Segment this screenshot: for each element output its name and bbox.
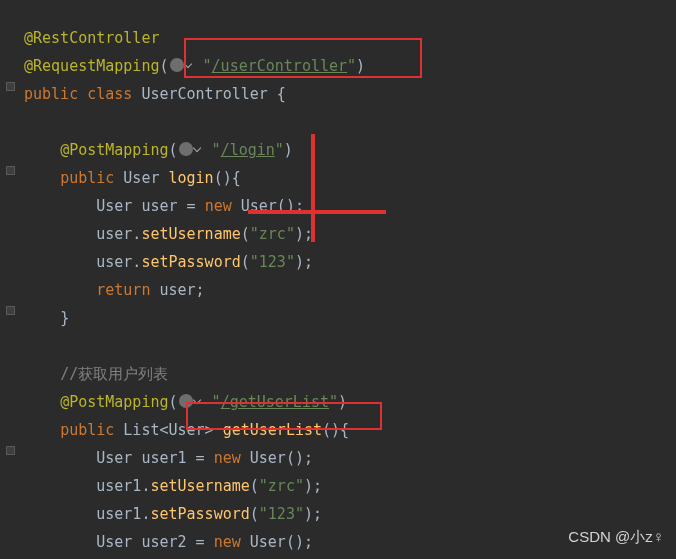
code-editor[interactable]: @RestController @RequestMapping( "/userC…	[0, 0, 676, 556]
comment: //获取用户列表	[60, 365, 168, 383]
url-login[interactable]: /login	[221, 141, 275, 159]
watermark: CSDN @小z♀	[568, 523, 664, 551]
method-login: login	[169, 169, 214, 187]
gutter	[0, 24, 20, 556]
globe-icon[interactable]	[179, 142, 193, 156]
fold-marker-icon[interactable]	[6, 166, 15, 175]
class-name: UserController {	[141, 85, 286, 103]
globe-icon[interactable]	[170, 58, 184, 72]
annotation-postmapping: @PostMapping	[60, 393, 168, 411]
url-getuserlist[interactable]: /getUserList	[221, 393, 329, 411]
fold-marker-icon[interactable]	[6, 306, 15, 315]
code-area[interactable]: @RestController @RequestMapping( "/userC…	[20, 24, 365, 556]
fold-marker-icon[interactable]	[6, 446, 15, 455]
annotation-requestmapping: @RequestMapping	[24, 57, 159, 75]
url-usercontroller[interactable]: /userController	[212, 57, 347, 75]
annotation-postmapping: @PostMapping	[60, 141, 168, 159]
globe-icon[interactable]	[179, 394, 193, 408]
annotation-restcontroller: @RestController	[24, 29, 159, 47]
fold-marker-icon[interactable]	[6, 82, 15, 91]
method-getuserlist: getUserList	[223, 421, 322, 439]
